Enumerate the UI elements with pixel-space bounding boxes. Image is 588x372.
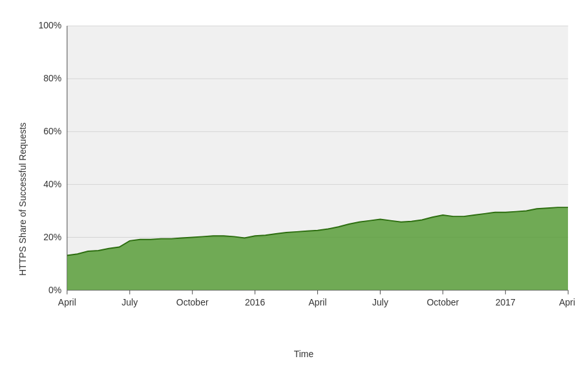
x-tick-april3: April	[559, 297, 575, 307]
y-tick-0: 0%	[48, 285, 61, 295]
y-axis-label: HTTPS Share of Successful Requests	[13, 12, 32, 360]
x-tick-2017: 2017	[496, 297, 516, 307]
chart-container: HTTPS Share of Successful Requests 100% …	[13, 12, 575, 360]
y-tick-80: 80%	[43, 73, 61, 83]
y-tick-20: 20%	[43, 232, 61, 242]
y-tick-40: 40%	[43, 179, 61, 189]
x-tick-october1: October	[176, 297, 209, 307]
chart-svg: 100% 80% 60% 40% 20% 0%	[32, 12, 575, 346]
y-tick-100: 100%	[38, 20, 61, 30]
x-tick-july2: July	[372, 297, 388, 307]
x-tick-april2: April	[309, 297, 327, 307]
x-tick-july1: July	[121, 297, 138, 307]
x-axis-label: Time	[32, 346, 575, 360]
x-tick-october2: October	[426, 297, 459, 307]
y-tick-60: 60%	[43, 126, 61, 136]
x-tick-2016: 2016	[245, 297, 265, 307]
x-tick-april1: April	[58, 297, 76, 307]
